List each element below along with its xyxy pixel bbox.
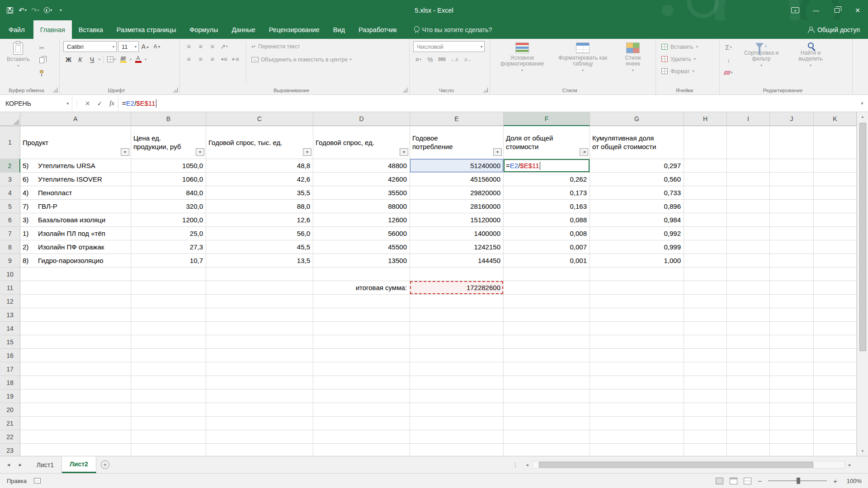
save-button[interactable] <box>5 4 15 17</box>
scroll-up-arrow[interactable]: ▲ <box>857 112 868 122</box>
sort-filter-dropdown-icon[interactable]: ↓▾ <box>580 148 588 156</box>
horizontal-scroll-thumb[interactable] <box>539 462 813 468</box>
cell-G18[interactable] <box>590 376 684 389</box>
tab-home[interactable]: Главная <box>33 20 72 39</box>
tab-file[interactable]: Файл <box>0 20 33 39</box>
cell-H16[interactable] <box>684 349 727 362</box>
cell-B11[interactable] <box>131 281 206 295</box>
cell-F5[interactable]: 0,163 <box>504 200 590 213</box>
cell-K8[interactable] <box>814 240 857 254</box>
vertical-scroll-thumb[interactable] <box>859 123 866 351</box>
cell-E4[interactable]: 29820000 <box>410 186 504 200</box>
cell-E19[interactable] <box>410 389 504 403</box>
cell-E20[interactable] <box>410 403 504 417</box>
col-header-E[interactable]: E <box>410 112 504 126</box>
cell-F23[interactable] <box>504 444 590 456</box>
ribbon-display-options-button[interactable]: ▴ <box>785 0 806 20</box>
cell-H9[interactable] <box>684 254 727 267</box>
cell-E2[interactable]: 51240000 <box>410 159 504 173</box>
cell-D4[interactable]: 35500 <box>313 186 410 200</box>
cell-K10[interactable] <box>814 267 857 281</box>
cell-H2[interactable] <box>684 159 727 173</box>
font-name-combo[interactable]: Calibri▾ <box>63 41 117 52</box>
cell-H17[interactable] <box>684 362 727 376</box>
cell-C7[interactable]: 56,0 <box>206 227 313 240</box>
cell-K2[interactable] <box>814 159 857 173</box>
cell-J2[interactable] <box>770 159 814 173</box>
cell-J8[interactable] <box>770 240 814 254</box>
customize-qat-button[interactable]: ▾ <box>55 4 66 17</box>
next-sheet-arrow[interactable]: ► <box>18 462 23 467</box>
cell-G21[interactable] <box>590 417 684 430</box>
new-sheet-button[interactable]: + <box>101 456 109 473</box>
cell-H20[interactable] <box>684 403 727 417</box>
cell-I11[interactable] <box>727 281 770 295</box>
cell-G23[interactable] <box>590 444 684 456</box>
cell-I5[interactable] <box>727 200 770 213</box>
row-header-3[interactable]: 3 <box>0 173 20 186</box>
cell-B3[interactable]: 1060,0 <box>131 173 206 186</box>
cell-C14[interactable] <box>206 322 313 335</box>
format-as-table-button[interactable]: Форматировать как таблицу ▾ <box>554 41 611 85</box>
cell-B14[interactable] <box>131 322 206 335</box>
cell-C8[interactable]: 45,5 <box>206 240 313 254</box>
align-middle-button[interactable]: ≡ <box>195 41 206 52</box>
cell-I22[interactable] <box>727 430 770 444</box>
cell-A2[interactable]: 5)Утеплитель URSA <box>20 159 131 173</box>
cell-D1[interactable]: Годовой спрос, ед.▾ <box>313 126 410 159</box>
decrease-indent-button[interactable]: ◂≡ <box>219 54 229 64</box>
cell-J6[interactable] <box>770 213 814 227</box>
col-header-A[interactable]: A <box>20 112 131 126</box>
cell-B4[interactable]: 840,0 <box>131 186 206 200</box>
macro-record-icon[interactable] <box>34 478 41 483</box>
cell-A16[interactable] <box>20 349 131 362</box>
cell-D15[interactable] <box>313 335 410 349</box>
row-header-7[interactable]: 7 <box>0 227 20 240</box>
dialog-launcher-clipboard[interactable] <box>53 88 57 92</box>
cell-E7[interactable]: 1400000 <box>410 227 504 240</box>
orientation-button[interactable]: ↗▾ <box>219 41 229 52</box>
cell-B22[interactable] <box>131 430 206 444</box>
align-left-button[interactable]: ≡ <box>184 54 194 64</box>
increase-decimal-button[interactable]: ←,0 <box>448 55 460 65</box>
cell-J11[interactable] <box>770 281 814 295</box>
cell-J19[interactable] <box>770 389 814 403</box>
cell-B13[interactable] <box>131 308 206 322</box>
cell-F15[interactable] <box>504 335 590 349</box>
accounting-format-button[interactable]: ¤▾ <box>413 54 424 65</box>
undo-button[interactable]: ↶▾ <box>17 4 28 17</box>
increase-indent-button[interactable]: ▸≡ <box>231 54 241 64</box>
cell-K11[interactable] <box>814 281 857 295</box>
filter-dropdown-icon[interactable]: ▾ <box>121 148 129 156</box>
cell-F4[interactable]: 0,173 <box>504 186 590 200</box>
row-header-5[interactable]: 5 <box>0 200 20 213</box>
cell-E23[interactable] <box>410 444 504 456</box>
prev-sheet-arrow[interactable]: ◄ <box>6 462 11 467</box>
restore-button[interactable] <box>826 0 847 20</box>
wrap-text-button[interactable]: ↵ Перенести текст <box>251 41 352 52</box>
col-header-I[interactable]: I <box>727 112 770 126</box>
cell-B8[interactable]: 27,3 <box>131 240 206 254</box>
row-header-9[interactable]: 9 <box>0 254 20 267</box>
cell-K17[interactable] <box>814 362 857 376</box>
row-header-14[interactable]: 14 <box>0 322 20 335</box>
cell-F6[interactable]: 0,088 <box>504 213 590 227</box>
dialog-launcher-font[interactable] <box>173 88 178 92</box>
cell-K19[interactable] <box>814 389 857 403</box>
cell-J7[interactable] <box>770 227 814 240</box>
cell-C15[interactable] <box>206 335 313 349</box>
cell-J16[interactable] <box>770 349 814 362</box>
row-header-10[interactable]: 10 <box>0 267 20 281</box>
row-header-1[interactable]: 1 <box>0 126 20 159</box>
cell-J9[interactable] <box>770 254 814 267</box>
cell-J21[interactable] <box>770 417 814 430</box>
cell-D22[interactable] <box>313 430 410 444</box>
filter-dropdown-icon[interactable]: ▾ <box>196 148 204 156</box>
cell-E9[interactable]: 144450 <box>410 254 504 267</box>
cell-styles-button[interactable]: Стили ячеек ▾ <box>615 41 651 85</box>
cell-A11[interactable] <box>20 281 131 295</box>
cell-E15[interactable] <box>410 335 504 349</box>
delete-cells-button[interactable]: Удалить▾ <box>660 53 717 65</box>
cell-G15[interactable] <box>590 335 684 349</box>
cell-G6[interactable]: 0,984 <box>590 213 684 227</box>
